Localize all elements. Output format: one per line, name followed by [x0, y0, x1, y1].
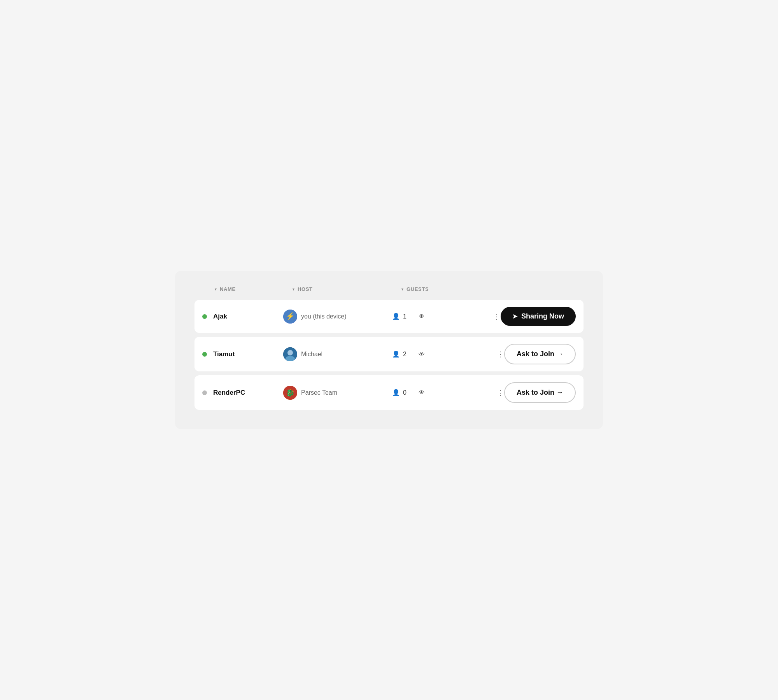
person-icon: 👤	[392, 313, 400, 320]
col-guests-header[interactable]: ▼ GUESTS	[401, 286, 576, 292]
eye-icon: 👁	[419, 313, 425, 320]
guests-cell: 👤 2 👁	[392, 350, 491, 358]
svg-text:🐉: 🐉	[286, 388, 295, 397]
host-sort-icon: ▼	[292, 287, 295, 291]
person-icon: 👤	[392, 350, 400, 358]
status-dot-online	[202, 314, 207, 319]
more-menu-icon[interactable]: ⋮	[497, 388, 504, 397]
guest-count: 2	[403, 351, 411, 358]
guests-header-label: GUESTS	[407, 286, 429, 292]
more-menu-icon[interactable]: ⋮	[493, 312, 501, 321]
host-cell: Michael	[283, 347, 392, 361]
host-cell: 🐉 Parsec Team	[283, 386, 392, 400]
more-menu-icon[interactable]: ⋮	[497, 350, 504, 359]
eye-icon: 👁	[419, 351, 425, 358]
host-name: Parsec Team	[301, 389, 337, 396]
table-header: ▼ NAME ▼ HOST ▼ GUESTS	[194, 286, 584, 300]
svg-text:⚡: ⚡	[286, 312, 295, 320]
sharing-now-button[interactable]: ➤ Sharing Now	[501, 307, 576, 326]
guests-cell: 👤 0 👁	[392, 389, 491, 396]
host-name: Michael	[301, 351, 322, 358]
table-row: Tiamut Michael 👤 2 👁 ⋮ Ask to Join →	[194, 337, 584, 371]
status-dot-online	[202, 352, 207, 357]
ask-to-join-button[interactable]: Ask to Join →	[504, 344, 576, 364]
svg-point-3	[287, 350, 293, 355]
sharing-now-label: Sharing Now	[521, 312, 564, 320]
guest-count: 0	[403, 389, 411, 396]
host-cell: ⚡ you (this device)	[283, 310, 392, 324]
host-header-label: HOST	[298, 286, 313, 292]
avatar: ⚡	[283, 310, 297, 324]
col-host-header[interactable]: ▼ HOST	[292, 286, 401, 292]
device-name: Ajak	[213, 313, 283, 320]
ask-to-join-label: Ask to Join →	[517, 388, 563, 397]
sessions-card: ▼ NAME ▼ HOST ▼ GUESTS Ajak ⚡ you (this …	[175, 271, 603, 429]
name-header-label: NAME	[220, 286, 236, 292]
guest-count: 1	[403, 313, 411, 320]
col-name-header[interactable]: ▼ NAME	[214, 286, 292, 292]
share-arrow-icon: ➤	[512, 313, 517, 320]
table-row: RenderPC 🐉 Parsec Team 👤 0 👁 ⋮ Ask to Jo…	[194, 375, 584, 410]
eye-icon: 👁	[419, 389, 425, 396]
avatar	[283, 347, 297, 361]
guests-cell: 👤 1 👁	[392, 313, 487, 320]
host-name: you (this device)	[301, 313, 347, 320]
avatar: 🐉	[283, 386, 297, 400]
person-icon: 👤	[392, 389, 400, 396]
ask-to-join-label: Ask to Join →	[517, 350, 563, 358]
table-row: Ajak ⚡ you (this device) 👤 1 👁 ⋮ ➤ Shari…	[194, 300, 584, 333]
name-sort-icon: ▼	[214, 287, 217, 291]
device-name: Tiamut	[213, 350, 283, 358]
device-name: RenderPC	[213, 389, 283, 397]
status-dot-offline	[202, 390, 207, 395]
guests-sort-icon: ▼	[401, 287, 404, 291]
ask-to-join-button[interactable]: Ask to Join →	[504, 382, 576, 403]
